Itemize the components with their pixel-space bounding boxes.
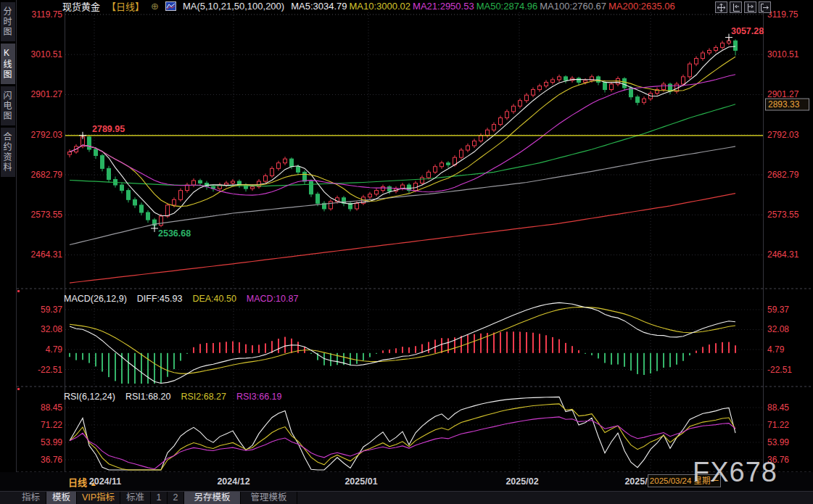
macd-axis-label-right: 4.79 — [767, 344, 785, 355]
sidebar-item-2[interactable]: 闪电图 — [1, 86, 15, 125]
rsi-axis-label-left: 53.99 — [41, 437, 62, 447]
tab-7[interactable]: 管理模板 — [241, 492, 297, 504]
price-axis-label-left: 2682.79 — [31, 170, 63, 180]
rsi-axis-label-right: 71.22 — [767, 420, 789, 430]
pan-crosshair-icon[interactable] — [715, 1, 727, 13]
tab-2[interactable]: VIP指标 — [77, 492, 120, 504]
macd-header: MACD(26,12,9) DIFF:45.93 DEA:40.50 MACD:… — [64, 294, 298, 304]
price-annotation-1: 2536.68 — [158, 228, 191, 239]
tab-6[interactable]: 另存模板 — [184, 492, 241, 504]
rsi2-value: RSI2:68.27 — [181, 392, 226, 402]
price-axis-label-right: 3119.75 — [767, 9, 798, 20]
ma-legend-item-0: MA5:3034.79 — [291, 1, 347, 12]
tab-3[interactable]: 标准 — [120, 492, 151, 504]
period-selector-label: 日线 — [68, 477, 87, 488]
price-axis-label-right: 2901.27 — [767, 89, 799, 99]
ma-group-label: MA(5,10,21,50,100,200) — [183, 1, 284, 12]
rsi-axis-label-left: 88.45 — [41, 402, 62, 413]
separator-marker-dot — [17, 388, 20, 390]
macd-params[interactable]: MACD(26,12,9) — [64, 294, 127, 304]
macd-axis-label-left: 32.08 — [41, 324, 62, 334]
tab-1[interactable]: 模板 — [46, 492, 77, 504]
sidebar-item-0[interactable]: 分时图 — [1, 2, 15, 41]
tab-4[interactable]: 1 — [151, 492, 168, 504]
trading-app-window: 3119.753119.753010.513010.512901.272901.… — [0, 0, 813, 504]
rsi-axis-label-left: 71.22 — [41, 420, 62, 430]
sidebar-item-3[interactable]: 合约资料 — [1, 128, 15, 177]
chart-type-icon[interactable] — [165, 1, 176, 11]
ma-legend: MA5:3034.79MA10:3000.02MA21:2950.53MA50:… — [291, 1, 677, 12]
chart-header: 现货黄金 【日线】 ⊕ MA(5,10,21,50,100,200) MA5:3… — [62, 0, 677, 12]
chart-canvas[interactable]: 3119.753119.753010.513010.512901.272901.… — [0, 0, 813, 504]
rsi-axis-label-right: 88.45 — [767, 402, 789, 413]
period-label[interactable]: 【日线】 — [107, 0, 144, 13]
month-label-2: 2025/01 — [344, 476, 377, 487]
time-axis-bar: 日线 ▲ 2024/112024/122025/012025/022025/03… — [0, 472, 813, 491]
hline-price-label: 2789.95 — [92, 124, 125, 134]
price-axis-label-right: 2573.55 — [767, 210, 799, 220]
ma-legend-item-3: MA50:2874.96 — [476, 1, 538, 12]
sidebar-item-1[interactable]: K线图 — [1, 44, 15, 84]
tab-5[interactable]: 2 — [168, 492, 184, 504]
rsi1-value: RSI1:68.20 — [125, 392, 171, 402]
price-axis-label-left: 3010.51 — [31, 49, 63, 59]
bottom-tabbar: 指标模板VIP指标标准12另存模板管理模板 — [0, 491, 813, 504]
chart-toolbar — [715, 1, 771, 13]
rsi-params[interactable]: RSI(6,12,24) — [64, 392, 115, 402]
ma-legend-item-1: MA10:3000.02 — [350, 1, 411, 12]
ma-legend-item-5: MA200:2635.06 — [608, 1, 675, 12]
price-axis-label-left: 2573.55 — [31, 210, 63, 220]
macd-axis-label-right: 32.08 — [767, 324, 789, 334]
macd-axis-label-left: 4.79 — [46, 344, 63, 355]
price-axis-label-left: 2901.27 — [31, 89, 63, 99]
price-annotation-0: 3057.28 — [731, 26, 764, 36]
scale-right-icon[interactable] — [744, 1, 756, 13]
price-axis-label-right: 2792.03 — [767, 130, 799, 140]
price-axis-label-left: 2792.03 — [31, 130, 63, 140]
price-axis-label-right: 2464.31 — [767, 249, 799, 260]
macd-value: MACD:10.87 — [247, 294, 299, 304]
watermark: FX678 — [693, 457, 777, 488]
price-axis-label-left: 3119.75 — [32, 9, 63, 20]
price-axis-label-right: 2682.79 — [767, 170, 799, 180]
macd-axis-label-left: 59.37 — [41, 305, 62, 315]
month-label-0: 2024/11 — [89, 476, 122, 487]
month-label-3: 2025/02 — [505, 476, 538, 487]
rsi-axis-label-left: 36.76 — [41, 455, 62, 465]
price-marker-label: 2893.33 — [768, 99, 800, 110]
rsi-header: RSI(6,12,24) RSI1:68.20 RSI2:68.27 RSI3:… — [64, 392, 282, 402]
macd-diff-value: DIFF:45.93 — [137, 294, 183, 304]
move-page-right-icon[interactable] — [759, 1, 771, 13]
rsi-axis-label-right: 53.99 — [767, 437, 789, 447]
macd-axis-label-left: -22.51 — [38, 365, 62, 375]
price-axis-label-right: 3010.51 — [767, 49, 799, 59]
rsi3-value: RSI3:66.19 — [236, 392, 282, 402]
month-label-1: 2024/12 — [217, 476, 249, 487]
separator-marker-dot — [17, 290, 20, 292]
left-sidebar: 分时图K线图闪电图合约资料 — [0, 0, 17, 490]
symbol-title: 现货黄金 — [62, 0, 100, 13]
macd-dea-value: DEA:40.50 — [192, 294, 236, 304]
macd-axis-label-right: -22.51 — [767, 365, 792, 375]
ma-legend-item-4: MA100:2760.67 — [540, 1, 606, 12]
price-axis-label-left: 2464.31 — [31, 249, 63, 260]
scale-left-icon[interactable] — [730, 1, 742, 13]
ma-legend-item-2: MA21:2950.53 — [413, 1, 474, 12]
tab-0[interactable]: 指标 — [16, 492, 46, 504]
add-indicator-icon[interactable]: ⊕ — [151, 1, 159, 12]
macd-axis-label-right: 59.37 — [767, 305, 789, 315]
